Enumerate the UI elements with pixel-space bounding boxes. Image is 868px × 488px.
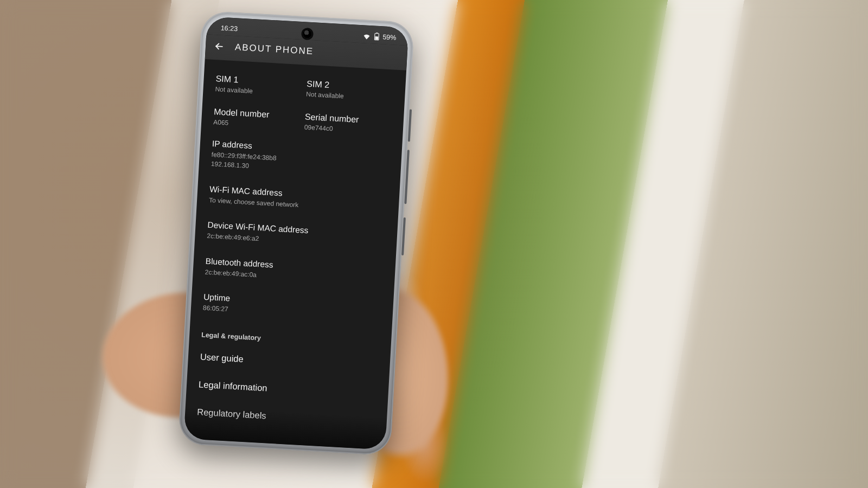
settings-list[interactable]: SIM 1 Not available SIM 2 Not available … <box>184 59 406 436</box>
row-serial-number[interactable]: Serial number 09e744c0 <box>304 112 393 136</box>
wifi-icon <box>362 33 371 40</box>
row-sim2[interactable]: SIM 2 Not available <box>306 79 395 103</box>
back-button[interactable] <box>213 40 225 53</box>
page-title: ABOUT PHONE <box>234 42 314 57</box>
status-battery-pct: 59% <box>382 33 397 41</box>
battery-icon <box>374 32 380 41</box>
phone-frame: 16:23 59% <box>178 11 414 456</box>
row-model-number[interactable]: Model number A065 <box>213 107 302 131</box>
phone-screen: 16:23 59% <box>184 16 409 450</box>
row-sim1[interactable]: SIM 1 Not available <box>215 74 304 98</box>
svg-rect-1 <box>376 33 378 34</box>
status-time: 16:23 <box>221 24 238 33</box>
photo-scene: 16:23 59% <box>0 0 868 488</box>
svg-rect-2 <box>375 36 378 40</box>
